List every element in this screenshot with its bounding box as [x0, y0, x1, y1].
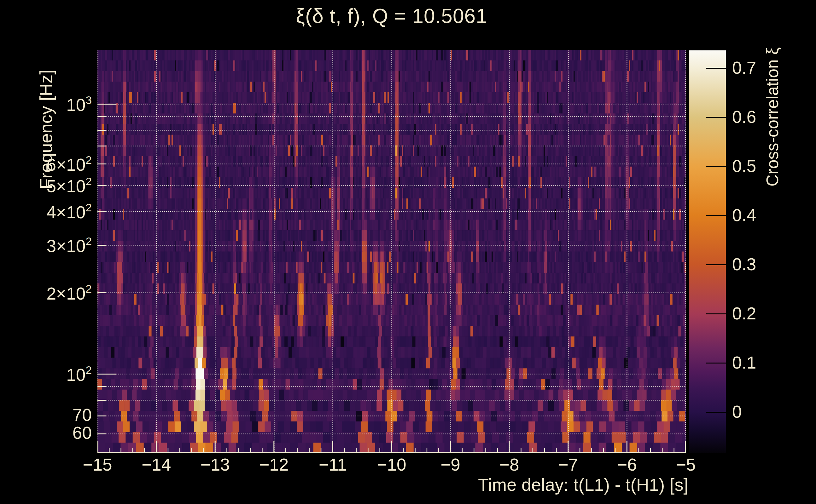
- colorbar-tick-label: 0.3: [732, 256, 756, 273]
- colorbar-tick-mark: [706, 363, 727, 364]
- y-tick-label: 6×102: [47, 154, 92, 174]
- colorbar-tick-label: 0.2: [732, 305, 756, 322]
- colorbar: [689, 50, 726, 453]
- x-axis-title: Time delay: t(L1) - t(H1) [s]: [478, 474, 688, 495]
- heatmap-canvas: [97, 50, 686, 453]
- x-tick-label: −6: [595, 456, 658, 473]
- colorbar-tick-label: 0.4: [732, 207, 756, 224]
- y-tick-label: 60: [72, 424, 92, 442]
- x-tick-label: −13: [183, 456, 247, 473]
- colorbar-tick-mark: [706, 313, 727, 314]
- y-tick-label: 3×102: [47, 236, 92, 255]
- colorbar-tick-mark: [706, 412, 727, 413]
- colorbar-tick-mark: [706, 166, 727, 167]
- x-tick-label: −7: [537, 456, 600, 473]
- x-tick-label: −15: [66, 456, 129, 473]
- x-tick-label: −11: [301, 456, 364, 473]
- colorbar-tick-mark: [706, 264, 727, 265]
- colorbar-tick-mark: [706, 215, 727, 216]
- y-tick-label: 4×102: [47, 202, 92, 221]
- colorbar-tick-label: 0.1: [732, 354, 756, 371]
- y-tick-label: 70: [72, 406, 92, 424]
- x-tick-label: −8: [478, 456, 541, 473]
- x-tick-label: −5: [654, 456, 717, 473]
- y-tick-label: 5×102: [47, 176, 92, 195]
- y-tick-label: 103: [66, 95, 92, 114]
- colorbar-tick-mark: [706, 68, 727, 69]
- colorbar-tick-mark: [706, 117, 727, 118]
- chart-title: ξ(δ t, f), Q = 10.5061: [97, 4, 686, 28]
- colorbar-tick-label: 0.6: [732, 108, 756, 126]
- y-tick-label: 102: [66, 364, 92, 384]
- x-tick-label: −10: [360, 456, 423, 473]
- colorbar-tick-label: 0.7: [732, 59, 756, 77]
- colorbar-tick-label: 0.5: [732, 157, 756, 175]
- x-tick-label: −9: [419, 456, 482, 473]
- x-tick-label: −12: [243, 456, 306, 473]
- colorbar-tick-label: 0: [732, 403, 742, 421]
- x-tick-label: −14: [125, 456, 188, 473]
- y-tick-label: 2×102: [47, 283, 92, 302]
- colorbar-title: Cross-correlation ξ: [763, 44, 780, 189]
